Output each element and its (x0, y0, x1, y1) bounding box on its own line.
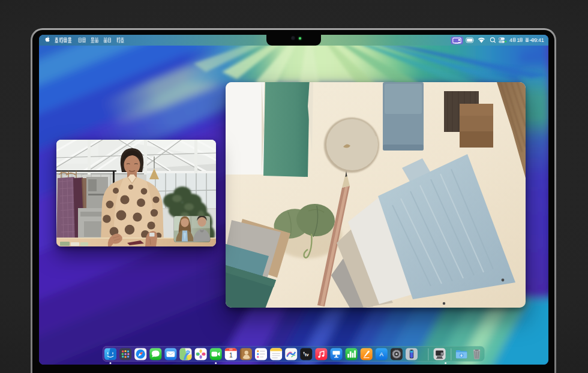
svg-text:A: A (380, 351, 384, 357)
svg-text:4: 4 (509, 37, 512, 43)
svg-text:1: 1 (229, 352, 233, 359)
svg-text:1: 1 (517, 37, 520, 43)
svg-text:tv: tv (305, 351, 308, 357)
